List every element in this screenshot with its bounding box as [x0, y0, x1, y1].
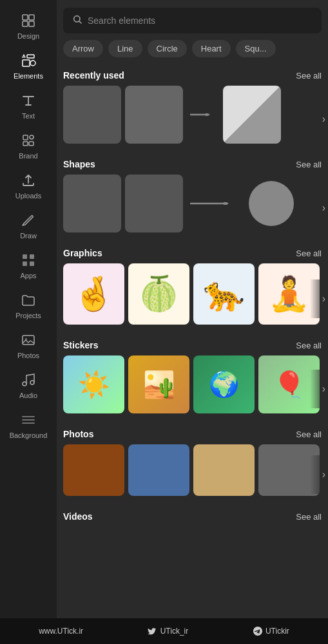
shapes-title: Shapes — [63, 159, 95, 169]
svg-rect-14 — [30, 261, 34, 266]
sidebar-item-projects-label: Projects — [15, 312, 41, 319]
photo-item-2[interactable] — [128, 444, 189, 496]
search-input[interactable] — [88, 15, 313, 26]
footer-twitter: UTick_ir — [148, 627, 188, 636]
sidebar-item-audio[interactable]: Audio — [0, 365, 57, 404]
svg-point-18 — [30, 381, 34, 384]
sticker-landscape-icon: 🏜️ — [143, 370, 175, 400]
graphic-hand-icon: 🤞 — [73, 274, 115, 314]
sidebar-item-background[interactable]: Background — [0, 404, 57, 444]
shapes-chevron[interactable]: › — [310, 189, 328, 227]
recently-used-title: Recently used — [63, 70, 124, 80]
sticker-item-1[interactable]: ☀️ — [63, 355, 124, 413]
audio-icon — [19, 371, 37, 389]
sidebar-item-design-label: Design — [17, 32, 39, 40]
apps-icon — [19, 251, 37, 269]
recently-used-row: › — [57, 86, 328, 153]
videos-title: Videos — [63, 511, 93, 522]
draw-icon — [19, 211, 37, 229]
svg-rect-10 — [29, 142, 34, 146]
photos-chevron[interactable]: › — [310, 455, 328, 494]
photos-see-all[interactable]: See all — [296, 430, 322, 439]
shape-item-circle[interactable] — [242, 175, 300, 232]
sidebar-item-audio-label: Audio — [19, 392, 37, 399]
svg-marker-21 — [206, 113, 209, 116]
graphics-chevron[interactable]: › — [310, 279, 328, 318]
cat-tab-arrow[interactable]: Arrow — [63, 40, 103, 57]
photo-item-3[interactable] — [193, 444, 255, 496]
sidebar-item-text-label: Text — [22, 112, 35, 120]
shapes-row: › — [57, 175, 328, 242]
graphic-item-3[interactable]: 🐆 — [193, 263, 255, 325]
brand-icon — [19, 131, 37, 149]
sticker-item-2[interactable]: 🏜️ — [128, 355, 189, 413]
shapes-see-all[interactable]: See all — [296, 160, 322, 169]
background-icon — [19, 411, 37, 429]
graphic-item-2[interactable]: 🍈 — [128, 263, 189, 325]
sidebar-item-projects[interactable]: Projects — [0, 285, 57, 325]
stickers-see-all[interactable]: See all — [296, 341, 322, 350]
cat-tab-line[interactable]: Line — [108, 40, 142, 57]
photos-row: › — [57, 444, 328, 505]
svg-rect-7 — [23, 135, 28, 140]
videos-see-all[interactable]: See all — [296, 512, 322, 522]
recent-arrow-spacer — [187, 86, 219, 144]
photos-title: Photos — [63, 429, 93, 439]
footer: www.UTick.ir UTick_ir UTickir — [0, 618, 328, 644]
sticker-item-3[interactable]: 🌍 — [193, 355, 255, 413]
search-bar[interactable] — [63, 8, 322, 33]
svg-rect-3 — [29, 21, 34, 26]
elements-icon — [19, 52, 37, 70]
graphics-see-all[interactable]: See all — [296, 249, 322, 258]
svg-rect-15 — [23, 336, 34, 345]
cat-tab-heart[interactable]: Heart — [192, 40, 231, 57]
svg-point-6 — [30, 61, 35, 66]
recent-item-2[interactable] — [125, 86, 183, 144]
graphic-leopard-icon: 🐆 — [203, 274, 245, 314]
main-panel: Arrow Line Circle Heart Squ... Recently … — [57, 0, 328, 618]
photos-header: Photos See all — [57, 422, 328, 444]
shapes-arrow-icon — [190, 202, 235, 205]
sidebar-item-text[interactable]: Text — [0, 85, 57, 125]
sidebar-item-draw-label: Draw — [20, 232, 37, 240]
sidebar-item-elements[interactable]: Elements — [0, 45, 57, 85]
recent-line-icon — [190, 113, 216, 116]
photos-icon — [19, 331, 37, 349]
stickers-header: Stickers See all — [57, 334, 328, 355]
svg-rect-11 — [23, 254, 27, 259]
footer-text-1: www.UTick.ir — [39, 627, 83, 636]
graphic-item-1[interactable]: 🤞 — [63, 263, 124, 325]
svg-rect-2 — [23, 21, 28, 26]
shape-item-square2[interactable] — [125, 175, 183, 232]
sidebar-item-uploads[interactable]: Uploads — [0, 165, 57, 205]
sidebar-item-draw[interactable]: Draw — [0, 205, 57, 245]
videos-header: Videos See all — [57, 505, 328, 527]
cat-tab-circle[interactable]: Circle — [148, 40, 187, 57]
photo-item-1[interactable] — [63, 444, 124, 496]
cat-tab-square[interactable]: Squ... — [236, 40, 276, 57]
sidebar-item-brand-label: Brand — [19, 152, 37, 160]
shapes-header: Shapes See all — [57, 153, 328, 175]
category-tabs: Arrow Line Circle Heart Squ... — [57, 40, 328, 64]
graphics-row: 🤞 🍈 🐆 🧘 › — [57, 263, 328, 334]
svg-point-8 — [30, 135, 34, 139]
recently-used-header: Recently used See all — [57, 64, 328, 86]
svg-rect-1 — [29, 15, 34, 20]
svg-marker-23 — [224, 202, 229, 205]
recently-used-see-all[interactable]: See all — [296, 71, 322, 80]
sidebar-item-photos[interactable]: Photos — [0, 325, 57, 365]
svg-rect-5 — [23, 60, 30, 66]
sidebar-item-apps[interactable]: Apps — [0, 245, 57, 285]
sidebar-item-brand[interactable]: Brand — [0, 125, 57, 165]
sidebar-item-design[interactable]: Design — [0, 5, 57, 45]
svg-rect-0 — [23, 15, 28, 20]
stickers-chevron[interactable]: › — [310, 370, 328, 408]
svg-rect-12 — [30, 254, 34, 259]
text-icon — [19, 91, 37, 109]
recent-item-3[interactable] — [223, 86, 281, 144]
recent-item-1[interactable] — [63, 86, 121, 144]
stickers-title: Stickers — [63, 340, 98, 350]
recently-used-chevron[interactable]: › — [310, 100, 328, 138]
shape-item-square1[interactable] — [63, 175, 121, 232]
graphic-dance-icon: 🧘 — [268, 274, 310, 314]
